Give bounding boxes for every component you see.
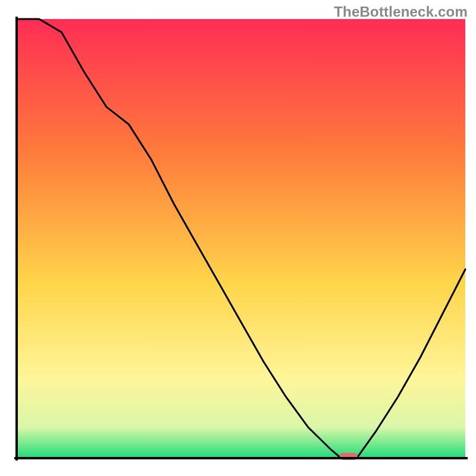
bottleneck-chart: TheBottleneck.com <box>0 0 476 476</box>
gradient-background <box>17 19 465 458</box>
plot-area <box>0 0 476 476</box>
watermark-label: TheBottleneck.com <box>334 4 468 20</box>
